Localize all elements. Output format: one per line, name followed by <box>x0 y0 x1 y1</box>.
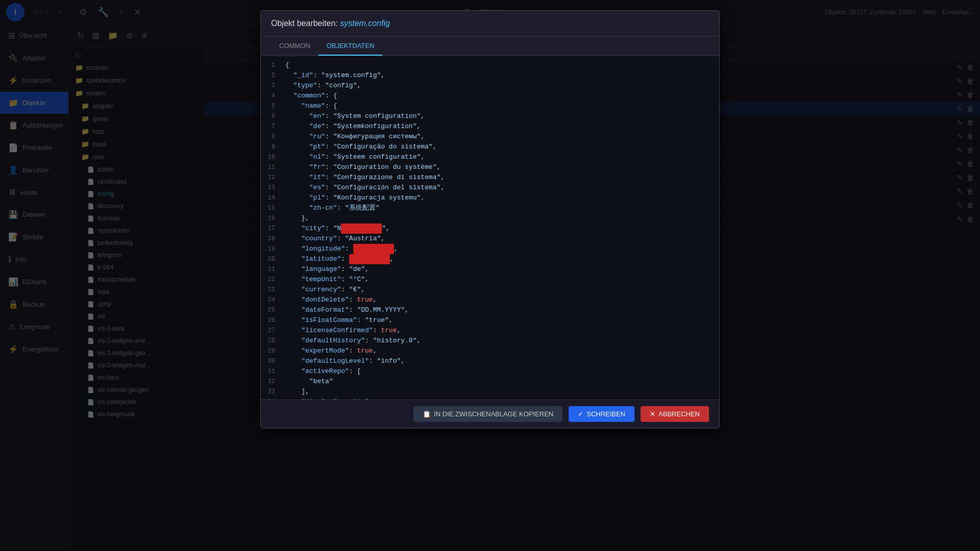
code-line-16: 16 }, <box>261 213 719 223</box>
code-line-24: 24 "dontDelete": true, <box>261 295 719 305</box>
x-icon: ✕ <box>650 410 655 418</box>
code-line-1: 1 { <box>261 60 719 70</box>
modal-body: 1 { 2 "_id": "system.config", 3 "type": … <box>261 56 719 399</box>
code-line-28: 28 "defaultHistory": "history.0", <box>261 336 719 346</box>
code-line-8: 8 "ru": "Конфигурация системы", <box>261 132 719 142</box>
check-icon: ✓ <box>578 410 583 418</box>
code-line-11: 11 "fr": "Configuration du système", <box>261 162 719 172</box>
code-line-32: 32 "beta" <box>261 377 719 387</box>
code-editor[interactable]: 1 { 2 "_id": "system.config", 3 "type": … <box>261 56 719 399</box>
cancel-button[interactable]: ✕ ABBRECHEN <box>641 406 709 422</box>
code-line-9: 9 "pt": "Configuração do sistema", <box>261 142 719 152</box>
modal-overlay: Objekt bearbeiten: system.config COMMON … <box>0 0 980 551</box>
code-line-26: 26 "isFloatComma": "true", <box>261 315 719 325</box>
code-line-33: 33 ], <box>261 387 719 397</box>
clipboard-button[interactable]: 📋 IN DIE ZWISCHENABLAGE KOPIEREN <box>413 406 562 422</box>
modal-header: Objekt bearbeiten: system.config <box>261 11 719 37</box>
code-line-13: 13 "es": "Configuración del sistema", <box>261 183 719 193</box>
code-line-6: 6 "en": "System configuration", <box>261 111 719 121</box>
code-line-20: 20 "latitude": ████, <box>261 254 719 264</box>
modal: Objekt bearbeiten: system.config COMMON … <box>260 10 720 429</box>
code-line-30: 30 "defaultLogLevel": "info", <box>261 356 719 366</box>
modal-tabs: COMMON OBJEKTDATEN <box>261 37 719 56</box>
code-line-21: 21 "language": "de", <box>261 264 719 274</box>
tab-objektdaten[interactable]: OBJEKTDATEN <box>318 37 383 56</box>
code-line-17: 17 "city": "N█████████", <box>261 223 719 234</box>
modal-footer: 📋 IN DIE ZWISCHENABLAGE KOPIEREN ✓ SCHRE… <box>261 399 719 428</box>
clipboard-icon: 📋 <box>423 410 431 418</box>
code-line-15: 15 "zh-cn": "系统配置" <box>261 203 719 213</box>
code-line-27: 27 "licenseConfirmed": true, <box>261 325 719 336</box>
code-line-19: 19 "longitude": ████, <box>261 244 719 254</box>
code-line-29: 29 "expertMode": true, <box>261 346 719 356</box>
code-line-10: 10 "nl": "Systeem configuratie", <box>261 152 719 162</box>
code-line-5: 5 "name": { <box>261 101 719 111</box>
code-line-31: 31 "activeRepo": [ <box>261 366 719 377</box>
code-line-14: 14 "pl": "Konfiguracja systemu", <box>261 193 719 203</box>
code-line-7: 7 "de": "Systemkonfiguration", <box>261 121 719 132</box>
code-line-25: 25 "dateFormat": "DD.MM.YYYY", <box>261 305 719 315</box>
tab-common[interactable]: COMMON <box>271 37 318 56</box>
modal-title-italic: system.config <box>340 19 390 28</box>
code-line-4: 4 "common": { <box>261 91 719 101</box>
code-line-18: 18 "country": "Austria", <box>261 234 719 244</box>
code-line-22: 22 "tempUnit": "°C", <box>261 274 719 285</box>
code-line-12: 12 "it": "Configurazione di sistema", <box>261 172 719 183</box>
code-line-2: 2 "_id": "system.config", <box>261 70 719 81</box>
write-button[interactable]: ✓ SCHREIBEN <box>569 406 634 422</box>
code-line-23: 23 "currency": "€", <box>261 285 719 295</box>
code-line-3: 3 "type": "config", <box>261 81 719 91</box>
